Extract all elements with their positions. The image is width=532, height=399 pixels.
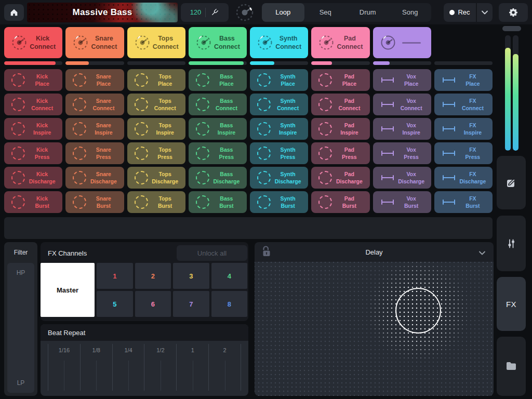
bass-discharge-pad[interactable]: BassDischarge: [189, 167, 247, 189]
tops-connect-pad[interactable]: TopsConnect: [127, 27, 185, 58]
sample-icon-wrap: [442, 77, 456, 83]
beat-division-1-16[interactable]: 1/16: [48, 344, 80, 391]
meter-handle[interactable]: [502, 26, 521, 31]
beat-division-2[interactable]: 2: [208, 344, 241, 391]
beat-division-1-2[interactable]: 1/2: [144, 344, 176, 391]
beat-division-1[interactable]: 1: [176, 344, 208, 391]
channel-5-button[interactable]: 5: [97, 291, 133, 317]
synth-burst-pad[interactable]: SynthBurst: [250, 191, 308, 213]
beat-repeat-strip[interactable]: 1/161/81/41/212: [48, 341, 241, 391]
loop-circle-icon: [135, 122, 148, 136]
snare-press-pad[interactable]: SnarePress: [65, 142, 124, 164]
bass-connect-pad[interactable]: BassConnect: [189, 94, 247, 115]
pad-press-pad[interactable]: PadPress: [311, 142, 369, 164]
kick-connect-pad[interactable]: KickConnect: [4, 27, 62, 58]
pad-label: FXInspire: [456, 122, 489, 136]
unlock-all-button[interactable]: Unlock all: [177, 245, 247, 261]
vox-burst-pad[interactable]: VoxBurst: [373, 191, 431, 213]
bass-inspire-pad[interactable]: BassInspire: [189, 118, 247, 140]
bass-connect-pad[interactable]: BassConnect: [189, 27, 247, 58]
tab-seq[interactable]: Seq: [304, 3, 347, 22]
tops-press-pad[interactable]: TopsPress: [127, 142, 185, 164]
tops-burst-pad[interactable]: TopsBurst: [127, 191, 185, 213]
pad-label: BassInspire: [209, 122, 244, 136]
tab-song[interactable]: Song: [389, 3, 432, 22]
pad-inspire-pad[interactable]: PadInspire: [311, 118, 369, 140]
fx-inspire-pad[interactable]: FXInspire: [434, 118, 493, 140]
fx-discharge-pad[interactable]: FXDischarge: [434, 167, 493, 189]
title-artwork[interactable]: Massive Bass: [27, 3, 178, 22]
fx-place-pad[interactable]: FXPlace: [434, 69, 493, 91]
tops-connect-pad[interactable]: TopsConnect: [127, 94, 185, 115]
synth-place-pad[interactable]: SynthPlace: [250, 69, 308, 91]
loop-circle-icon: [135, 98, 148, 111]
kick-burst-pad[interactable]: KickBurst: [4, 191, 62, 213]
xy-cursor[interactable]: [395, 288, 441, 334]
fx-connect-pad[interactable]: FXConnect: [434, 94, 493, 115]
browser-button[interactable]: [497, 337, 526, 396]
tab-drum[interactable]: Drum: [347, 3, 389, 22]
tab-loop[interactable]: Loop: [262, 3, 304, 22]
bass-press-pad[interactable]: BassPress: [189, 142, 247, 164]
channel-6-button[interactable]: 6: [135, 291, 171, 317]
kick-inspire-pad[interactable]: KickInspire: [4, 118, 62, 140]
delay-xy-pad[interactable]: [255, 262, 494, 396]
beat-division-1-4[interactable]: 1/4: [112, 344, 144, 391]
vox-connect-pad[interactable]: VoxConnect: [373, 94, 431, 115]
delay-chevron-icon[interactable]: [478, 249, 486, 259]
pad-discharge-pad[interactable]: PadDischarge: [311, 167, 369, 189]
pad-burst-pad[interactable]: PadBurst: [311, 191, 369, 213]
pad-label-line2: Inspire: [95, 129, 112, 136]
channel-3-button[interactable]: 3: [173, 263, 209, 289]
bass-burst-pad[interactable]: BassBurst: [189, 191, 247, 213]
synth-press-pad[interactable]: SynthPress: [250, 142, 308, 164]
settings-button[interactable]: [499, 3, 528, 22]
synth-connect-pad[interactable]: SynthConnect: [250, 27, 308, 58]
vox-place-pad[interactable]: VoxPlace: [373, 69, 431, 91]
bpm-box[interactable]: 120: [181, 3, 229, 22]
channel-7-button[interactable]: 7: [173, 291, 209, 317]
snare-burst-pad[interactable]: SnareBurst: [65, 191, 124, 213]
snare-connect-pad[interactable]: SnareConnect: [65, 94, 124, 115]
fx-burst-pad[interactable]: FXBurst: [434, 191, 493, 213]
synth-connect-pad[interactable]: SynthConnect: [250, 94, 308, 115]
pad-connect-pad[interactable]: PadConnect: [311, 27, 369, 58]
tops-place-pad[interactable]: TopsPlace: [127, 69, 185, 91]
transport-knob[interactable]: [233, 2, 257, 23]
beat-division-1-8[interactable]: 1/8: [80, 344, 112, 391]
pad-place-pad[interactable]: PadPlace: [311, 69, 369, 91]
channel-2-button[interactable]: 2: [135, 263, 171, 289]
pad-connect-pad[interactable]: PadConnect: [311, 94, 369, 115]
record-button[interactable]: Rec: [444, 3, 476, 22]
channel-1-button[interactable]: 1: [97, 263, 133, 289]
record-options-button[interactable]: [477, 3, 493, 22]
home-button[interactable]: [4, 4, 24, 21]
snare-inspire-pad[interactable]: SnareInspire: [65, 118, 124, 140]
lock-open-icon[interactable]: [261, 246, 272, 260]
snare-discharge-pad[interactable]: SnareDischarge: [65, 167, 124, 189]
synth-inspire-pad[interactable]: SynthInspire: [250, 118, 308, 140]
filter-slider[interactable]: HP LP: [7, 263, 34, 393]
vox-connect-pad[interactable]: [373, 27, 431, 58]
bass-place-pad[interactable]: BassPlace: [189, 69, 247, 91]
edit-button[interactable]: [497, 156, 526, 209]
fx-press-pad[interactable]: FXPress: [434, 142, 493, 164]
pad-label-line1: Synth: [281, 147, 296, 153]
mixer-button[interactable]: [497, 216, 526, 271]
kick-connect-pad[interactable]: KickConnect: [4, 94, 62, 115]
kick-press-pad[interactable]: KickPress: [4, 142, 62, 164]
vox-inspire-pad[interactable]: VoxInspire: [373, 118, 431, 140]
vox-press-pad[interactable]: VoxPress: [373, 142, 431, 164]
tops-inspire-pad[interactable]: TopsInspire: [127, 118, 185, 140]
synth-discharge-pad[interactable]: SynthDischarge: [250, 167, 308, 189]
kick-place-pad[interactable]: KickPlace: [4, 69, 62, 91]
kick-discharge-pad[interactable]: KickDischarge: [4, 167, 62, 189]
channel-8-button[interactable]: 8: [211, 291, 248, 317]
channel-4-button[interactable]: 4: [211, 263, 248, 289]
vox-discharge-pad[interactable]: VoxDischarge: [373, 167, 431, 189]
fx-button[interactable]: FX: [497, 277, 526, 331]
snare-place-pad[interactable]: SnarePlace: [65, 69, 124, 91]
snare-connect-pad[interactable]: SnareConnect: [65, 27, 124, 58]
tops-discharge-pad[interactable]: TopsDischarge: [127, 167, 185, 189]
master-channel-button[interactable]: Master: [41, 263, 95, 317]
